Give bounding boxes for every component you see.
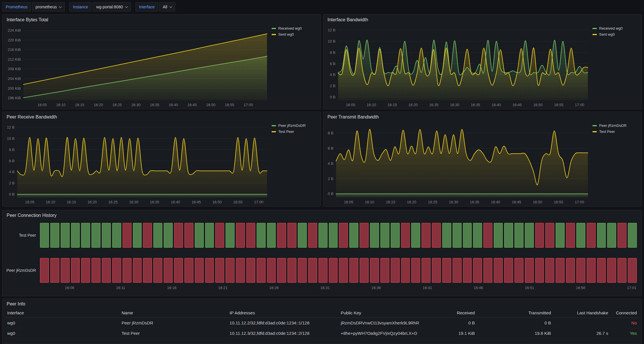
column-header[interactable]: Name <box>119 307 226 318</box>
status-x-axis: 16:0616:1116:1616:2116:2616:3116:3616:41… <box>44 286 637 291</box>
column-header[interactable]: Transmitted <box>478 307 554 318</box>
status-bar <box>153 223 162 248</box>
column-header[interactable]: Interface <box>4 307 119 318</box>
variable-instance-dropdown[interactable]: wg-portal:8080 <box>93 2 131 12</box>
time-series-chart[interactable]: 0 B2 B4 B6 B8 B10 B12 B16:0516:1016:1516… <box>326 24 590 108</box>
status-bar <box>205 223 214 248</box>
panel-title: Peer Connection History <box>7 213 56 218</box>
svg-text:16:30: 16:30 <box>450 103 460 107</box>
x-axis-tick-label: 16:46 <box>474 286 483 290</box>
legend-item[interactable]: Sent wg0 <box>592 32 638 37</box>
svg-text:196 KiB: 196 KiB <box>8 96 21 100</box>
panel-header[interactable]: Peer Connection History <box>3 210 641 219</box>
status-bar <box>618 223 626 248</box>
panel-header[interactable]: Interface Bandwidth <box>323 15 641 23</box>
variable-interface-value: All <box>163 5 167 9</box>
panel-title: Peer Info <box>7 301 25 306</box>
variable-prometheus-dropdown[interactable]: prometheus <box>32 2 65 12</box>
status-bar <box>236 258 245 283</box>
status-bar <box>215 258 224 283</box>
time-series-chart[interactable]: 0 B2 B4 B6 B8 B10 B12 B16:0516:1016:1516… <box>5 121 269 205</box>
svg-text:4 B: 4 B <box>9 170 15 174</box>
status-bar <box>566 258 575 283</box>
svg-text:16:30: 16:30 <box>129 200 139 204</box>
legend-item[interactable]: Peer jRzmDsDR <box>592 123 638 128</box>
status-bar <box>246 223 255 248</box>
panel-header[interactable]: Interface Bytes Total <box>3 15 321 23</box>
chart-area: 0 B2 B4 B6 B8 B10 B12 B16:0516:1016:1516… <box>3 121 321 206</box>
panel-header[interactable]: Peer Receive Bandwidth <box>3 112 321 121</box>
svg-text:0 B: 0 B <box>9 192 15 196</box>
status-bar <box>349 223 358 248</box>
time-series-chart[interactable]: 0 B2 B4 B6 B8 B16:0516:1016:1516:2016:25… <box>326 121 590 205</box>
legend-series-swatch-icon <box>592 28 597 29</box>
x-axis-tick-label: 16:36 <box>371 286 381 290</box>
legend-item[interactable]: Test Peer <box>592 129 638 134</box>
x-axis-tick-label: 16:56 <box>576 286 585 290</box>
status-history-chart[interactable]: Test PeerPeer jRzmDsDR16:0616:1116:1616:… <box>3 219 641 296</box>
legend-series-swatch-icon <box>272 131 276 132</box>
svg-text:16:20: 16:20 <box>408 103 418 107</box>
status-bar <box>40 223 49 248</box>
status-bar <box>535 223 544 248</box>
line-chart-svg: 0 B2 B4 B6 B8 B10 B12 B16:0516:1016:1516… <box>326 24 590 108</box>
status-bar <box>195 223 204 248</box>
legend-item[interactable]: Received wg0 <box>592 26 638 30</box>
status-bar <box>298 258 307 283</box>
status-bar <box>576 258 585 283</box>
panel-header[interactable]: Peer Transmit Bandwidth <box>323 112 641 121</box>
panel-header[interactable]: Peer Info <box>3 299 641 307</box>
svg-text:16:15: 16:15 <box>388 103 397 107</box>
variable-interface-dropdown[interactable]: All <box>159 2 175 12</box>
status-bar <box>287 223 296 248</box>
legend-item[interactable]: Sent wg0 <box>272 32 317 37</box>
status-bar <box>257 258 266 283</box>
status-bar <box>556 258 565 283</box>
table-cell: wg0 <box>4 328 119 339</box>
x-axis-tick-label: 16:11 <box>116 286 125 290</box>
x-axis-tick-label: 16:21 <box>218 286 228 290</box>
column-header[interactable]: Connected <box>611 307 640 318</box>
svg-text:224 KiB: 224 KiB <box>8 28 21 33</box>
svg-text:16:50: 16:50 <box>206 103 216 107</box>
status-bar <box>112 258 121 283</box>
legend-item[interactable]: Peer jRzmDsDR <box>272 123 317 128</box>
status-bar <box>411 223 420 248</box>
table-cell: 19.1 KiB <box>427 328 478 339</box>
status-bar <box>432 223 441 248</box>
time-series-chart[interactable]: 196 KiB200 KiB204 KiB208 KiB212 KiB216 K… <box>5 24 269 108</box>
svg-text:204 KiB: 204 KiB <box>8 77 21 81</box>
svg-text:6 B: 6 B <box>328 146 334 150</box>
column-header[interactable]: IP Addresses <box>227 307 338 318</box>
column-header[interactable]: Last Handshake <box>554 307 611 318</box>
column-header[interactable]: Public Key <box>338 307 427 318</box>
column-header[interactable]: Received <box>427 307 478 318</box>
x-axis-tick-label: 16:06 <box>65 286 75 290</box>
status-bar <box>473 258 482 283</box>
chart-area: 0 B2 B4 B6 B8 B16:0516:1016:1516:2016:25… <box>323 121 641 206</box>
status-bar <box>380 223 389 248</box>
legend-item[interactable]: Received wg0 <box>272 26 317 30</box>
status-bar <box>391 223 400 248</box>
status-bar <box>153 258 162 283</box>
svg-text:6 B: 6 B <box>330 62 336 66</box>
svg-text:0 B: 0 B <box>328 192 334 196</box>
status-bar <box>164 258 173 283</box>
svg-text:16:10: 16:10 <box>367 103 376 107</box>
status-bar <box>525 258 534 283</box>
table-cell: jRzmDsDRVnwCt13vsyamXherk9L9RhR <box>338 318 427 328</box>
x-axis-tick-label: 16:26 <box>269 286 279 290</box>
svg-text:6 B: 6 B <box>9 159 15 163</box>
panel-peer-receive-bandwidth: Peer Receive Bandwidth 0 B2 B4 B6 B8 B10… <box>2 112 321 207</box>
status-bar <box>391 258 400 283</box>
table-cell: 19.8 KiB <box>478 328 554 339</box>
status-bar <box>545 223 554 248</box>
panel-interface-bytes-total: Interface Bytes Total 196 KiB200 KiB204 … <box>2 14 321 109</box>
status-bar <box>143 223 152 248</box>
svg-text:16:50: 16:50 <box>533 200 542 204</box>
status-bar <box>587 258 596 283</box>
legend-item[interactable]: Test Peer <box>272 129 317 134</box>
svg-text:10 B: 10 B <box>7 136 15 141</box>
svg-text:17:00: 17:00 <box>244 103 253 107</box>
chart-area: 0 B2 B4 B6 B8 B10 B12 B16:0516:1016:1516… <box>323 23 641 109</box>
